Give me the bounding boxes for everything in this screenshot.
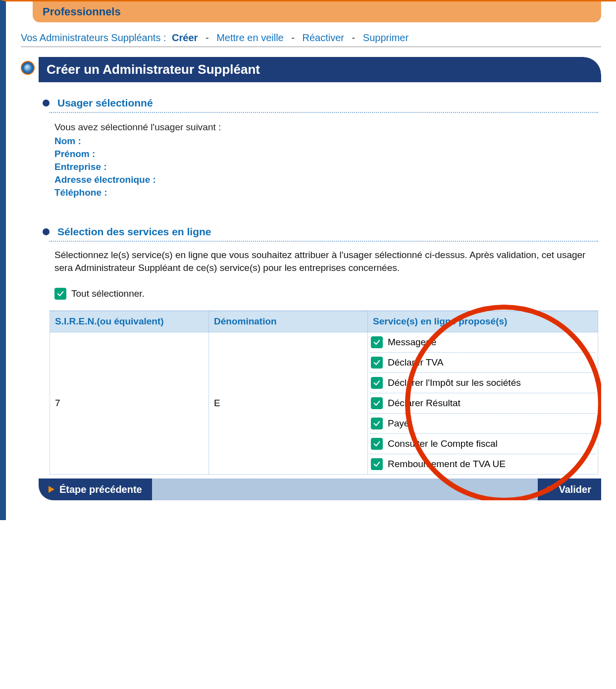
service-item-declarer-resultat: Déclarer Résultat: [370, 393, 596, 414]
th-services: Service(s) en ligne proposé(s): [368, 311, 598, 332]
check-icon: [56, 290, 64, 298]
service-item-declarer-tva: Déclarer TVA: [370, 353, 596, 373]
previous-step-label: Étape précédente: [59, 484, 142, 495]
field-email: Adresse électronique :: [54, 174, 593, 185]
check-icon: [373, 440, 381, 448]
service-label: Déclarer TVA: [388, 357, 443, 368]
check-icon: [373, 359, 381, 367]
section-heading-user-text: Usager sélectionné: [57, 97, 153, 109]
service-label: Remboursement de TVA UE: [388, 459, 506, 470]
user-info-block: Vous avez sélectionné l'usager suivant :…: [50, 113, 598, 218]
subnav-link-reactiver[interactable]: Réactiver: [303, 32, 344, 43]
separator: -: [291, 32, 295, 43]
globe-icon: [21, 61, 35, 75]
service-label: Déclarer l'Impôt sur les sociétés: [388, 377, 521, 388]
select-all-checkbox[interactable]: [54, 288, 66, 300]
service-checkbox[interactable]: [371, 336, 383, 348]
arrow-right-icon: [548, 486, 554, 493]
th-siren: S.I.R.E.N.(ou équivalent): [50, 311, 209, 332]
footer-spacer: [152, 478, 538, 500]
check-icon: [373, 399, 381, 407]
service-label: Payer: [388, 418, 412, 429]
service-checkbox[interactable]: [371, 377, 383, 389]
service-item-impot-societes: Déclarer l'Impôt sur les sociétés: [370, 373, 596, 393]
field-nom: Nom :: [54, 136, 593, 147]
check-icon: [373, 420, 381, 427]
service-checkbox[interactable]: [371, 458, 383, 470]
service-checkbox[interactable]: [371, 357, 383, 369]
service-checkbox[interactable]: [371, 418, 383, 429]
table-row: 7 E Messagerie: [50, 332, 598, 475]
user-lead-text: Vous avez sélectionné l'usager suivant :: [54, 122, 593, 133]
services-table-wrap: S.I.R.E.N.(ou équivalent) Dénomination S…: [50, 311, 598, 475]
service-checkbox[interactable]: [371, 397, 383, 409]
check-icon: [373, 460, 381, 468]
cell-denomination: E: [209, 332, 368, 475]
section-heading-services: Sélection des services en ligne: [50, 223, 598, 242]
previous-step-button[interactable]: Étape précédente: [39, 478, 152, 500]
service-label: Messagerie: [388, 337, 436, 348]
validate-label: Valider: [559, 484, 591, 495]
subnav-link-supprimer[interactable]: Supprimer: [363, 32, 409, 43]
field-prenom: Prénom :: [54, 149, 593, 159]
service-checkbox[interactable]: [371, 438, 383, 450]
service-item-payer: Payer: [370, 414, 596, 434]
check-icon: [373, 379, 381, 387]
subnav: Vos Administrateurs Suppléants : Créer -…: [21, 31, 601, 47]
services-instructions: Sélectionnez le(s) service(s) en ligne q…: [50, 242, 598, 279]
field-telephone: Téléphone :: [54, 187, 593, 198]
bullet-icon: [43, 100, 50, 106]
service-item-messagerie: Messagerie: [370, 332, 596, 353]
separator: -: [352, 32, 356, 43]
cell-siren: 7: [50, 332, 209, 475]
footer-bar: Étape précédente Valider: [39, 478, 601, 500]
separator: -: [205, 32, 209, 43]
service-item-consulter-compte: Consulter le Compte fiscal: [370, 434, 596, 454]
subnav-link-creer[interactable]: Créer: [172, 32, 198, 43]
field-entreprise: Entreprise :: [54, 161, 593, 172]
header-bar: Professionnels: [33, 1, 601, 22]
select-all-label: Tout sélectionner.: [71, 288, 145, 299]
service-label: Déclarer Résultat: [388, 398, 461, 409]
section-heading-user: Usager sélectionné: [50, 94, 598, 113]
select-all-row: Tout sélectionner.: [50, 279, 598, 311]
validate-button[interactable]: Valider: [538, 478, 601, 500]
bullet-icon: [43, 228, 50, 235]
subnav-link-veille[interactable]: Mettre en veille: [216, 32, 284, 43]
check-icon: [373, 338, 381, 346]
services-table: S.I.R.E.N.(ou équivalent) Dénomination S…: [50, 311, 598, 475]
main-panel: Créer un Administrateur Suppléant Usager…: [39, 57, 601, 500]
service-item-remboursement-tva-ue: Remboursement de TVA UE: [370, 454, 596, 474]
arrow-right-icon: [49, 486, 54, 493]
header-title: Professionnels: [43, 5, 121, 18]
service-list: Messagerie Déclarer TVA Dé: [370, 332, 596, 474]
th-denomination: Dénomination: [209, 311, 368, 332]
panel-title: Créer un Administrateur Suppléant: [39, 57, 601, 82]
section-heading-services-text: Sélection des services en ligne: [57, 226, 211, 238]
subnav-label: Vos Administrateurs Suppléants :: [21, 32, 166, 43]
service-label: Consulter le Compte fiscal: [388, 438, 498, 449]
